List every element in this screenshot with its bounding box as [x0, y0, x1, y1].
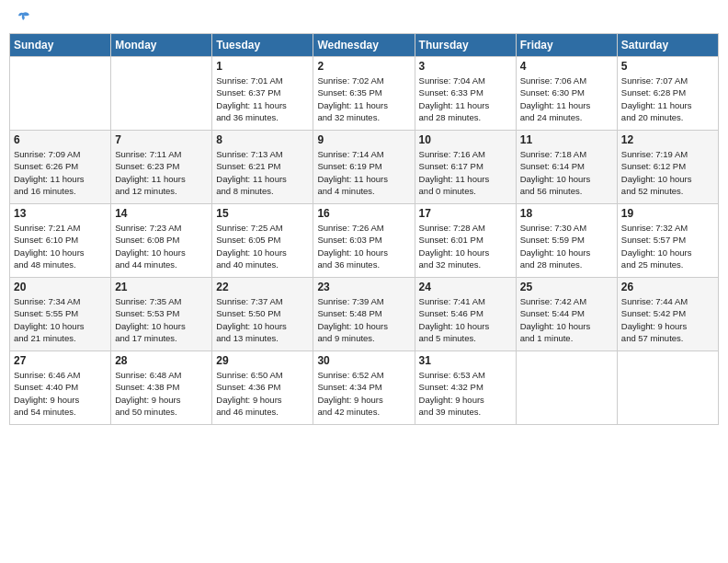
cell-content: Sunrise: 6:53 AM Sunset: 4:32 PM Dayligh…: [419, 369, 512, 418]
cell-content: Sunrise: 7:07 AM Sunset: 6:28 PM Dayligh…: [621, 75, 714, 123]
header-sunday: Sunday: [10, 34, 111, 57]
calendar-cell: 11Sunrise: 7:18 AM Sunset: 6:14 PM Dayli…: [516, 131, 617, 204]
calendar-cell: 30Sunrise: 6:52 AM Sunset: 4:34 PM Dayli…: [313, 351, 415, 425]
calendar-cell: 27Sunrise: 6:46 AM Sunset: 4:40 PM Dayli…: [10, 351, 111, 425]
day-number: 8: [216, 133, 309, 146]
header-monday: Monday: [111, 34, 212, 57]
cell-content: Sunrise: 7:06 AM Sunset: 6:30 PM Dayligh…: [520, 75, 613, 123]
calendar-cell: 31Sunrise: 6:53 AM Sunset: 4:32 PM Dayli…: [415, 351, 516, 425]
cell-content: Sunrise: 6:46 AM Sunset: 4:40 PM Dayligh…: [14, 369, 107, 418]
cell-content: Sunrise: 7:01 AM Sunset: 6:37 PM Dayligh…: [216, 75, 309, 123]
calendar-cell: 10Sunrise: 7:16 AM Sunset: 6:17 PM Dayli…: [415, 131, 516, 204]
day-number: 15: [216, 207, 309, 220]
cell-content: Sunrise: 7:09 AM Sunset: 6:26 PM Dayligh…: [14, 148, 107, 197]
day-number: 2: [317, 60, 410, 73]
day-number: 11: [520, 133, 613, 146]
day-number: 28: [115, 354, 208, 367]
cell-content: Sunrise: 7:34 AM Sunset: 5:55 PM Dayligh…: [14, 295, 107, 344]
calendar-cell: 26Sunrise: 7:44 AM Sunset: 5:42 PM Dayli…: [617, 278, 718, 351]
cell-content: Sunrise: 6:50 AM Sunset: 4:36 PM Dayligh…: [216, 369, 309, 418]
day-number: 31: [419, 354, 512, 367]
calendar-cell: 19Sunrise: 7:32 AM Sunset: 5:57 PM Dayli…: [617, 204, 718, 278]
day-number: 13: [14, 207, 107, 220]
week-row-0: 1Sunrise: 7:01 AM Sunset: 6:37 PM Daylig…: [10, 57, 719, 131]
calendar-cell: 14Sunrise: 7:23 AM Sunset: 6:08 PM Dayli…: [111, 204, 212, 278]
cell-content: Sunrise: 7:14 AM Sunset: 6:19 PM Dayligh…: [317, 148, 410, 197]
day-number: 25: [520, 281, 613, 293]
day-number: 3: [419, 60, 512, 73]
cell-content: Sunrise: 7:18 AM Sunset: 6:14 PM Dayligh…: [520, 148, 613, 197]
calendar-cell: 8Sunrise: 7:13 AM Sunset: 6:21 PM Daylig…: [212, 131, 313, 204]
calendar-cell: 21Sunrise: 7:35 AM Sunset: 5:53 PM Dayli…: [111, 278, 212, 351]
day-number: 5: [621, 60, 714, 73]
day-number: 14: [115, 207, 208, 220]
calendar-cell: [111, 57, 212, 131]
logo: [9, 9, 33, 29]
day-number: 6: [14, 133, 107, 146]
calendar-cell: 12Sunrise: 7:19 AM Sunset: 6:12 PM Dayli…: [617, 131, 718, 204]
calendar-cell: 22Sunrise: 7:37 AM Sunset: 5:50 PM Dayli…: [212, 278, 313, 351]
day-number: 26: [621, 281, 714, 293]
cell-content: Sunrise: 7:21 AM Sunset: 6:10 PM Dayligh…: [14, 222, 107, 270]
calendar-cell: [617, 351, 718, 425]
day-number: 16: [317, 207, 410, 220]
week-row-1: 6Sunrise: 7:09 AM Sunset: 6:26 PM Daylig…: [10, 131, 719, 204]
cell-content: Sunrise: 7:37 AM Sunset: 5:50 PM Dayligh…: [216, 295, 309, 344]
cell-content: Sunrise: 7:02 AM Sunset: 6:35 PM Dayligh…: [317, 75, 410, 123]
cell-content: Sunrise: 7:04 AM Sunset: 6:33 PM Dayligh…: [419, 75, 512, 123]
cell-content: Sunrise: 6:52 AM Sunset: 4:34 PM Dayligh…: [317, 369, 410, 418]
calendar-cell: 1Sunrise: 7:01 AM Sunset: 6:37 PM Daylig…: [212, 57, 313, 131]
calendar-cell: 18Sunrise: 7:30 AM Sunset: 5:59 PM Dayli…: [516, 204, 617, 278]
calendar-cell: 15Sunrise: 7:25 AM Sunset: 6:05 PM Dayli…: [212, 204, 313, 278]
cell-content: Sunrise: 7:25 AM Sunset: 6:05 PM Dayligh…: [216, 222, 309, 270]
day-number: 29: [216, 354, 309, 367]
calendar-cell: 4Sunrise: 7:06 AM Sunset: 6:30 PM Daylig…: [516, 57, 617, 131]
page-header: [9, 9, 719, 29]
calendar-cell: [10, 57, 111, 131]
day-number: 20: [14, 281, 107, 293]
cell-content: Sunrise: 7:39 AM Sunset: 5:48 PM Dayligh…: [317, 295, 410, 344]
calendar-cell: 6Sunrise: 7:09 AM Sunset: 6:26 PM Daylig…: [10, 131, 111, 204]
day-number: 12: [621, 133, 714, 146]
day-number: 7: [115, 133, 208, 146]
calendar-cell: [516, 351, 617, 425]
day-number: 21: [115, 281, 208, 293]
header-friday: Friday: [516, 34, 617, 57]
calendar-cell: 9Sunrise: 7:14 AM Sunset: 6:19 PM Daylig…: [313, 131, 415, 204]
day-number: 10: [419, 133, 512, 146]
cell-content: Sunrise: 7:11 AM Sunset: 6:23 PM Dayligh…: [115, 148, 208, 197]
calendar-cell: 7Sunrise: 7:11 AM Sunset: 6:23 PM Daylig…: [111, 131, 212, 204]
cell-content: Sunrise: 7:42 AM Sunset: 5:44 PM Dayligh…: [520, 295, 613, 344]
calendar-cell: 5Sunrise: 7:07 AM Sunset: 6:28 PM Daylig…: [617, 57, 718, 131]
cell-content: Sunrise: 7:26 AM Sunset: 6:03 PM Dayligh…: [317, 222, 410, 270]
cell-content: Sunrise: 7:30 AM Sunset: 5:59 PM Dayligh…: [520, 222, 613, 270]
logo-bird-icon: [13, 9, 33, 29]
cell-content: Sunrise: 7:28 AM Sunset: 6:01 PM Dayligh…: [419, 222, 512, 270]
day-number: 17: [419, 207, 512, 220]
calendar-cell: 13Sunrise: 7:21 AM Sunset: 6:10 PM Dayli…: [10, 204, 111, 278]
calendar-cell: 28Sunrise: 6:48 AM Sunset: 4:38 PM Dayli…: [111, 351, 212, 425]
cell-content: Sunrise: 7:19 AM Sunset: 6:12 PM Dayligh…: [621, 148, 714, 197]
calendar-cell: 25Sunrise: 7:42 AM Sunset: 5:44 PM Dayli…: [516, 278, 617, 351]
day-number: 30: [317, 354, 410, 367]
week-row-3: 20Sunrise: 7:34 AM Sunset: 5:55 PM Dayli…: [10, 278, 719, 351]
day-number: 19: [621, 207, 714, 220]
day-number: 24: [419, 281, 512, 293]
cell-content: Sunrise: 7:23 AM Sunset: 6:08 PM Dayligh…: [115, 222, 208, 270]
header-thursday: Thursday: [415, 34, 516, 57]
calendar-cell: 17Sunrise: 7:28 AM Sunset: 6:01 PM Dayli…: [415, 204, 516, 278]
day-number: 4: [520, 60, 613, 73]
week-row-2: 13Sunrise: 7:21 AM Sunset: 6:10 PM Dayli…: [10, 204, 719, 278]
calendar-header-row: SundayMondayTuesdayWednesdayThursdayFrid…: [10, 34, 719, 57]
calendar-cell: 3Sunrise: 7:04 AM Sunset: 6:33 PM Daylig…: [415, 57, 516, 131]
week-row-4: 27Sunrise: 6:46 AM Sunset: 4:40 PM Dayli…: [10, 351, 719, 425]
cell-content: Sunrise: 6:48 AM Sunset: 4:38 PM Dayligh…: [115, 369, 208, 418]
day-number: 23: [317, 281, 410, 293]
cell-content: Sunrise: 7:44 AM Sunset: 5:42 PM Dayligh…: [621, 295, 714, 344]
day-number: 22: [216, 281, 309, 293]
calendar-cell: 20Sunrise: 7:34 AM Sunset: 5:55 PM Dayli…: [10, 278, 111, 351]
header-wednesday: Wednesday: [313, 34, 415, 57]
cell-content: Sunrise: 7:13 AM Sunset: 6:21 PM Dayligh…: [216, 148, 309, 197]
calendar-cell: 29Sunrise: 6:50 AM Sunset: 4:36 PM Dayli…: [212, 351, 313, 425]
calendar-table: SundayMondayTuesdayWednesdayThursdayFrid…: [9, 33, 719, 425]
